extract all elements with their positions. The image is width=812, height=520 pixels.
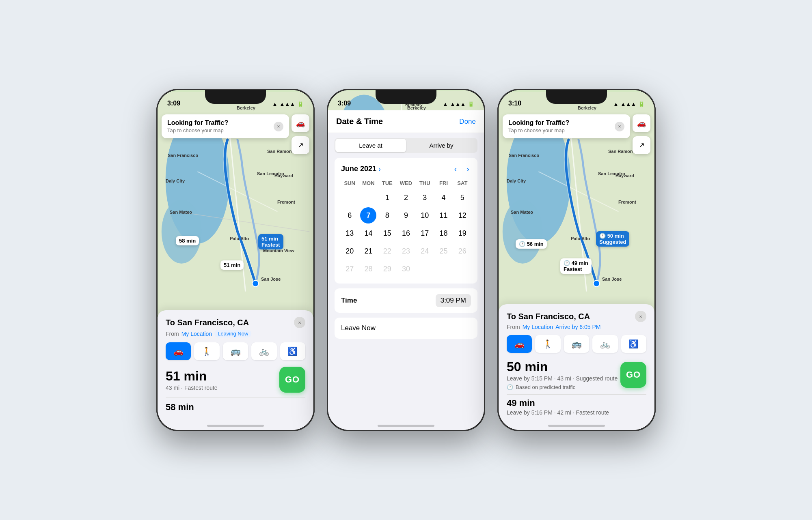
battery-icon-2: 🔋 bbox=[468, 101, 474, 107]
cal-day-22: 22 bbox=[379, 243, 395, 259]
map-arrow-btn-3[interactable]: ↗ bbox=[633, 136, 650, 154]
seg-leave-at[interactable]: Leave at bbox=[335, 139, 406, 152]
cal-day-7[interactable]: 7 bbox=[360, 207, 376, 223]
cal-day-20[interactable]: 20 bbox=[341, 243, 358, 259]
home-indicator-1 bbox=[207, 425, 264, 427]
status-icons-3: ▲ ▲▲▲ 🔋 bbox=[613, 101, 645, 107]
transport-walk-3[interactable]: 🚶 bbox=[535, 335, 560, 353]
go-btn-3[interactable]: GO bbox=[620, 362, 646, 388]
cal-day-24: 24 bbox=[417, 243, 433, 259]
from-link-3[interactable]: My Location bbox=[523, 324, 553, 330]
panel-close-1[interactable]: × bbox=[294, 317, 305, 328]
map-label-dalycity-3: Daly City bbox=[507, 178, 526, 183]
cal-day-1[interactable]: 1 bbox=[379, 189, 395, 206]
route-time-3: 50 min bbox=[507, 359, 618, 374]
traffic-close-3[interactable]: × bbox=[615, 122, 624, 131]
second-route-time-3: 49 min bbox=[507, 398, 646, 408]
dest-title-3: To San Francisco, CA bbox=[507, 312, 590, 321]
leaving-badge-1[interactable]: Leaving Now bbox=[214, 330, 251, 337]
battery-icon-1: 🔋 bbox=[297, 101, 304, 107]
cal-day-14[interactable]: 14 bbox=[360, 225, 376, 241]
map-car-btn-1[interactable]: 🚗 bbox=[292, 114, 309, 132]
transport-wheelchair-3[interactable]: ♿ bbox=[621, 335, 646, 353]
seg-arrive-by[interactable]: Arrive by bbox=[406, 139, 477, 152]
arrive-by-badge-3[interactable]: Arrive by 6:05 PM bbox=[555, 324, 600, 330]
cal-day-9[interactable]: 9 bbox=[398, 207, 414, 223]
time-row: Time 3:09 PM bbox=[335, 288, 477, 313]
cal-day-2[interactable]: 2 bbox=[398, 189, 414, 206]
route-label-49-fastest-3[interactable]: 🕐 49 minFastest bbox=[560, 258, 592, 274]
map-label-sanjose: San Jose bbox=[261, 277, 281, 281]
map-1[interactable]: Berkeley San Francisco San Ramon San Lea… bbox=[158, 90, 313, 317]
from-link-1[interactable]: My Location bbox=[181, 331, 212, 337]
traffic-banner-1[interactable]: Looking for Traffic? Tap to choose your … bbox=[162, 114, 289, 138]
map-label-sanmateo-3: San Mateo bbox=[511, 210, 533, 215]
picker-done[interactable]: Done bbox=[459, 118, 476, 126]
cal-day-17[interactable]: 17 bbox=[417, 225, 433, 241]
cal-day-18[interactable]: 18 bbox=[436, 225, 452, 241]
map-label-paloalto: Palo Alto bbox=[230, 236, 249, 241]
traffic-banner-sub-1: Tap to choose your map bbox=[167, 127, 228, 133]
cal-day-3[interactable]: 3 bbox=[417, 189, 433, 206]
map-label-sf-3: San Francisco bbox=[509, 153, 539, 158]
map-label-sanramon-3: San Ramon bbox=[608, 149, 633, 154]
cal-day-empty-1 bbox=[341, 189, 358, 206]
cal-day-10[interactable]: 10 bbox=[417, 207, 433, 223]
cal-day-21[interactable]: 21 bbox=[360, 243, 376, 259]
signal-icon-1: ▲▲▲ bbox=[279, 101, 295, 107]
route-label-56-3[interactable]: 🕐 56 min bbox=[516, 239, 547, 249]
panel-close-3[interactable]: × bbox=[635, 311, 646, 322]
traffic-banner-3[interactable]: Looking for Traffic? Tap to choose your … bbox=[503, 114, 630, 138]
cal-day-4[interactable]: 4 bbox=[436, 189, 452, 206]
cal-day-empty-2 bbox=[360, 189, 376, 206]
map-car-btn-3[interactable]: 🚗 bbox=[633, 114, 650, 132]
cal-day-12[interactable]: 12 bbox=[454, 207, 471, 223]
transport-transit-1[interactable]: 🚌 bbox=[223, 342, 248, 360]
map-label-fremont-3: Fremont bbox=[618, 200, 636, 204]
route-label-51[interactable]: 51 min bbox=[220, 260, 244, 270]
cal-day-5[interactable]: 5 bbox=[454, 189, 471, 206]
map-3[interactable]: Berkeley San Francisco San Ramon San Lea… bbox=[499, 90, 654, 317]
cal-day-16[interactable]: 16 bbox=[398, 225, 414, 241]
transport-car-3[interactable]: 🚗 bbox=[507, 335, 532, 353]
transport-wheelchair-1[interactable]: ♿ bbox=[280, 342, 305, 360]
cal-header-thu: THU bbox=[416, 178, 433, 188]
leave-now-btn[interactable]: Leave Now bbox=[335, 318, 477, 339]
bottom-panel-1: To San Francisco, CA × From My Location … bbox=[158, 310, 313, 430]
map-label-sanramon: San Ramon bbox=[267, 149, 292, 154]
traffic-close-1[interactable]: × bbox=[274, 122, 283, 131]
dest-header-3: To San Francisco, CA × bbox=[507, 311, 646, 322]
route-label-51-fastest[interactable]: 51 minFastest bbox=[258, 234, 283, 249]
cal-next[interactable]: › bbox=[465, 164, 471, 174]
transport-transit-3[interactable]: 🚌 bbox=[564, 335, 589, 353]
clock-icon-49: 🕐 bbox=[564, 260, 570, 266]
map-arrow-btn-1[interactable]: ↗ bbox=[292, 136, 309, 154]
signal-icon-2: ▲▲▲ bbox=[450, 101, 466, 107]
cal-day-11[interactable]: 11 bbox=[436, 207, 452, 223]
second-route-sub-3: Leave by 5:16 PM · 42 mi · Fastest route bbox=[507, 409, 646, 416]
cal-day-8[interactable]: 8 bbox=[379, 207, 395, 223]
route-sub-3: Leave by 5:15 PM · 43 mi · Suggested rou… bbox=[507, 375, 618, 382]
map-label-hayward-3: Hayward bbox=[615, 173, 634, 178]
map-label-sanmateo: San Mateo bbox=[170, 210, 192, 215]
picker-screen: Date & Time Done Leave at Arrive by June… bbox=[328, 110, 484, 430]
go-btn-1[interactable]: GO bbox=[279, 367, 305, 393]
cal-prev[interactable]: ‹ bbox=[453, 164, 459, 174]
cal-day-6[interactable]: 6 bbox=[341, 207, 358, 223]
cal-header-sat: SAT bbox=[454, 178, 471, 188]
cal-day-28: 28 bbox=[360, 261, 376, 277]
route-label-50-suggested-3[interactable]: 🕐 50 minSuggested bbox=[596, 231, 629, 247]
transport-bike-3[interactable]: 🚲 bbox=[592, 335, 618, 353]
time-value[interactable]: 3:09 PM bbox=[436, 294, 471, 307]
transport-car-1[interactable]: 🚗 bbox=[166, 342, 191, 360]
cal-day-empty-5 bbox=[454, 261, 471, 277]
cal-month-chevron[interactable]: › bbox=[379, 166, 381, 172]
cal-day-19[interactable]: 19 bbox=[454, 225, 471, 241]
map-label-dalycity: Daly City bbox=[166, 178, 185, 183]
route-label-58[interactable]: 58 min bbox=[176, 236, 199, 245]
cal-day-13[interactable]: 13 bbox=[341, 225, 358, 241]
wifi-icon-3: ▲ bbox=[613, 101, 619, 107]
transport-walk-1[interactable]: 🚶 bbox=[194, 342, 219, 360]
cal-day-15[interactable]: 15 bbox=[379, 225, 395, 241]
transport-bike-1[interactable]: 🚲 bbox=[251, 342, 276, 360]
